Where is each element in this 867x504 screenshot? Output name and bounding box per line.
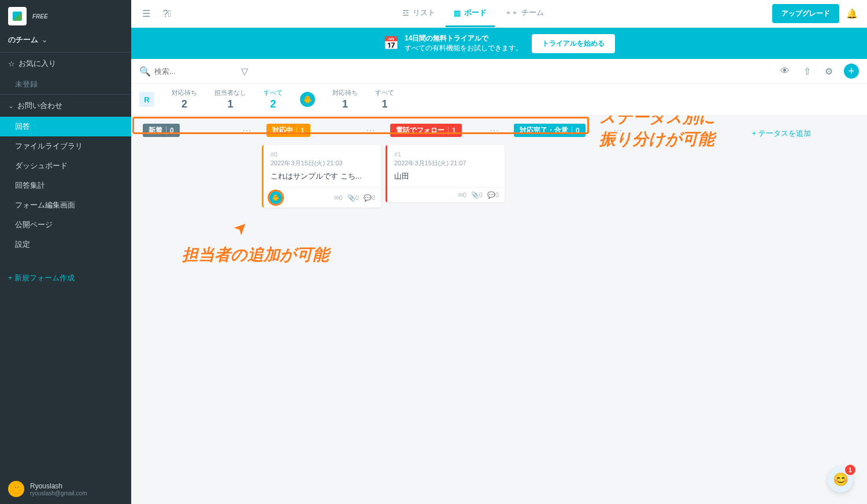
favorites-section: ☆ お気に入り 未登録: [0, 52, 131, 95]
team-name-label: のチーム: [8, 35, 38, 45]
menu-toggle-icon[interactable]: ☰: [139, 7, 153, 21]
filter-avatar-r[interactable]: R: [139, 92, 154, 107]
status-count: 0: [572, 127, 580, 135]
card-title: これはサンプルです こち...: [271, 171, 374, 181]
main-content: ☰ ?⃝ ☲ リスト ▥ ボード ⚬⚬ チーム アップグレード 🔔 📅: [131, 0, 867, 504]
card-date: 2022年3月15日(火) 21:07: [394, 159, 498, 168]
status-count: 1: [297, 127, 305, 135]
notification-icon[interactable]: 🔔: [845, 7, 859, 21]
export-icon[interactable]: ⇧: [800, 64, 814, 78]
user-email: ryouslash@gmail.com: [30, 490, 87, 496]
mail-icon: ✉0: [334, 194, 343, 202]
filter-icon[interactable]: ▽: [238, 64, 251, 78]
sidebar-header: FREE: [0, 0, 131, 32]
nav-section-header[interactable]: ⌄ お問い合わせ: [0, 95, 131, 117]
column-header[interactable]: 対応完了・合意 0 ⋯: [509, 120, 628, 140]
view-tabs: ☲ リスト ▥ ボード ⚬⚬ チーム: [394, 0, 552, 27]
filter-pending-1[interactable]: 対応待ち 2: [172, 88, 197, 110]
attachment-icon: 📎0: [347, 194, 359, 202]
attachment-icon: 📎0: [471, 191, 483, 199]
column-menu-icon[interactable]: ⋯: [366, 125, 376, 136]
column-menu-icon[interactable]: ⋯: [490, 125, 500, 136]
toolbar: 🔍 ▽ 👁 ⇧ ⚙ +: [131, 59, 867, 84]
tab-team-label: チーム: [521, 8, 544, 18]
plan-badge: FREE: [31, 12, 49, 21]
user-avatar: 🐥: [8, 481, 24, 497]
status-name: 対応中: [272, 125, 293, 135]
trial-line1: 14日間の無料トライアルで: [405, 34, 523, 43]
tab-board-label: ボード: [464, 8, 487, 18]
add-button[interactable]: +: [844, 64, 859, 79]
comment-icon: 💬0: [364, 194, 375, 202]
card-id: #1: [394, 151, 498, 158]
team-icon: ⚬⚬: [505, 9, 518, 17]
status-name: 対応完了・合意: [520, 125, 568, 135]
chat-badge: 1: [845, 465, 855, 475]
column-header[interactable]: 新着 0 ⋯: [138, 120, 257, 140]
team-switcher[interactable]: のチーム ⌄: [0, 32, 131, 52]
add-status-button[interactable]: + テータスを追加: [747, 124, 816, 143]
column-in-progress: 対応中 1 ⋯ #0 2022年3月15日(火) 21:03 これはサンプルです…: [262, 120, 381, 499]
column-header[interactable]: 対応中 1 ⋯: [262, 120, 381, 140]
sidebar-item-dashboard[interactable]: ダッシュボード: [0, 156, 131, 176]
sidebar-item-responses[interactable]: 回答: [0, 117, 131, 136]
column-menu-icon[interactable]: ⋯: [242, 125, 253, 136]
sidebar-item-summary[interactable]: 回答集計: [0, 176, 131, 195]
app-logo[interactable]: [8, 7, 27, 25]
chat-face-icon: 😊: [833, 472, 849, 487]
tab-list-label: リスト: [413, 8, 435, 18]
search-input[interactable]: [154, 67, 224, 76]
filter-label: 担当者なし: [214, 88, 246, 97]
filter-all-2[interactable]: すべて 1: [375, 88, 394, 110]
status-pill-new: 新着 0: [143, 124, 180, 137]
card-id: #0: [271, 151, 374, 158]
favorites-label: お気に入り: [18, 58, 56, 69]
filter-pending-2[interactable]: 対応待ち 1: [332, 88, 358, 110]
nav-section-label: お問い合わせ: [17, 101, 62, 111]
status-name: 電話でフォロー: [396, 125, 444, 135]
start-trial-button[interactable]: トライアルを始める: [532, 34, 615, 53]
column-header[interactable]: 電話でフォロー 1 ⋯: [386, 120, 505, 140]
status-count: 1: [448, 127, 456, 135]
sidebar-item-public-page[interactable]: 公開ページ: [0, 215, 131, 235]
help-icon[interactable]: ?⃝: [160, 7, 174, 21]
board: 新着 0 ⋯ 対応中 1 ⋯ #0 2022年3月15日(火) 21:03 これ…: [131, 116, 867, 504]
nav-section: ⌄ お問い合わせ 回答 ファイルライブラリ ダッシュボード 回答集計 フォーム編…: [0, 95, 131, 254]
card-title: 山田: [394, 171, 498, 181]
mail-icon: ✉0: [458, 191, 466, 199]
column-new: 新着 0 ⋯: [138, 120, 257, 499]
tab-board[interactable]: ▥ ボード: [446, 0, 495, 27]
topbar: ☰ ?⃝ ☲ リスト ▥ ボード ⚬⚬ チーム アップグレード 🔔: [131, 0, 867, 28]
status-pill-done: 対応完了・合意 0: [514, 124, 586, 137]
card[interactable]: #1 2022年3月15日(火) 21:07 山田 ✉0 📎0 💬0: [386, 145, 505, 202]
chat-widget[interactable]: 😊 1: [828, 467, 853, 492]
sidebar-footer[interactable]: 🐥 Ryouslash ryouslash@gmail.com: [0, 474, 131, 504]
filter-unassigned[interactable]: 担当者なし 1: [214, 88, 246, 110]
filter-count: 1: [227, 98, 233, 110]
filter-label: すべて: [375, 88, 394, 97]
search-icon: 🔍: [139, 66, 151, 77]
tab-list[interactable]: ☲ リスト: [394, 0, 443, 27]
star-icon: ☆: [8, 60, 15, 68]
sidebar-item-file-library[interactable]: ファイルライブラリ: [0, 136, 131, 156]
upgrade-button[interactable]: アップグレード: [772, 4, 839, 23]
filter-all-1[interactable]: すべて 2: [264, 88, 283, 110]
filter-count: 1: [381, 98, 387, 110]
favorites-header[interactable]: ☆ お気に入り: [0, 53, 131, 75]
card-assignee-avatar[interactable]: 🐥: [269, 191, 282, 204]
sidebar-item-form-editor[interactable]: フォーム編集画面: [0, 195, 131, 215]
settings-sliders-icon[interactable]: ⚙: [822, 64, 836, 78]
tab-team[interactable]: ⚬⚬ チーム: [497, 0, 552, 27]
new-form-button[interactable]: + 新規フォーム作成: [0, 266, 131, 290]
visibility-icon[interactable]: 👁: [778, 64, 792, 78]
filter-avatar-user[interactable]: 🐥: [300, 92, 315, 107]
column-menu-icon[interactable]: ⋯: [613, 125, 624, 136]
status-pill-progress: 対応中 1: [266, 124, 310, 137]
user-name: Ryouslash: [30, 482, 87, 490]
card[interactable]: #0 2022年3月15日(火) 21:03 これはサンプルです こち... 🐥…: [262, 145, 381, 207]
filter-row: R 対応待ち 2 担当者なし 1 すべて 2 🐥 対応待ち 1 すべて 1: [131, 84, 867, 116]
sidebar-item-settings[interactable]: 設定: [0, 235, 131, 254]
status-pill-phone: 電話でフォロー 1: [390, 124, 462, 137]
trial-line2: すべての有料機能をお試しできます。: [405, 43, 523, 53]
chevron-down-icon: ⌄: [8, 102, 14, 110]
